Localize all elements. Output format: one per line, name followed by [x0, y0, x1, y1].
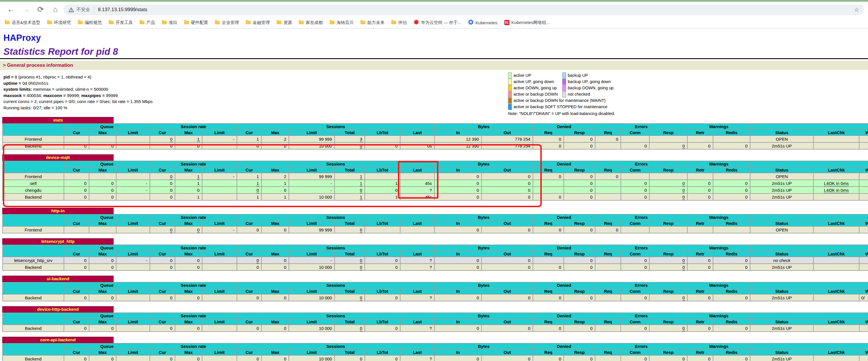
- cell: 0: [533, 294, 564, 301]
- column-header: Cur: [237, 251, 261, 257]
- cell: 2m51s UP: [750, 264, 813, 270]
- bookmark-item[interactable]: Kubernetes: [466, 19, 500, 27]
- column-header: Resp: [564, 130, 595, 136]
- column-header: Total: [335, 130, 365, 136]
- legend-note: Note: "NOLB"/"DRAIN" = UP with load-bala…: [508, 111, 615, 116]
- bookmark-item[interactable]: 家在成都: [296, 19, 326, 26]
- column-group-header: [750, 343, 868, 349]
- column-group-header: Sessions: [237, 245, 434, 251]
- not-secure-warning-icon[interactable]: [68, 7, 74, 12]
- proxy-title[interactable]: core-api-backend: [2, 337, 114, 343]
- cell: [649, 226, 687, 233]
- address-bar[interactable]: 不安全 8.137.13.15:9999/stats ☆: [63, 4, 864, 15]
- cell: 0: [649, 187, 687, 194]
- column-header: Req: [595, 319, 621, 325]
- cell: [202, 325, 237, 332]
- bookmark-item[interactable]: 资源: [274, 19, 294, 26]
- cell: [202, 355, 237, 361]
- folder-icon: [184, 21, 189, 24]
- bookmark-item[interactable]: 51Kubernetes网络组...: [502, 19, 552, 26]
- column-header: Resp: [564, 319, 595, 325]
- column-header: LastChk: [813, 251, 859, 257]
- column-group-header: Bytes: [434, 245, 533, 251]
- bookmark-item[interactable]: 产品: [137, 19, 158, 26]
- bookmark-item[interactable]: 硬件配置: [182, 19, 211, 26]
- bookmark-item[interactable]: 项目: [159, 19, 180, 26]
- bookmark-item[interactable]: 环境研究: [44, 19, 74, 26]
- cell: [595, 180, 621, 187]
- bookmark-item[interactable]: 企业管理: [212, 19, 242, 26]
- row-label: Backend: [3, 264, 64, 270]
- column-group-header: Session rate: [150, 343, 237, 349]
- back-icon[interactable]: ←: [5, 4, 17, 15]
- bookmark-item[interactable]: 开发工具: [106, 19, 135, 26]
- column-group-header: Queue: [64, 313, 150, 319]
- cell: [687, 136, 713, 142]
- cell: 0: [649, 264, 687, 270]
- cell: 0: [713, 325, 750, 332]
- reload-icon[interactable]: ⟳: [35, 4, 46, 15]
- column-header: Req: [595, 130, 621, 136]
- bookmark-item[interactable]: 语言&技术选型: [2, 19, 43, 26]
- column-header: Total: [335, 288, 365, 294]
- column-header: Req: [595, 167, 621, 173]
- cell: 2m51s UP: [750, 355, 813, 361]
- process-info-section: pid = 8 (process #1, nbproc = 1, nbthrea…: [0, 74, 868, 117]
- column-header: Out: [482, 319, 533, 325]
- bookmark-item[interactable]: 金融管理: [243, 19, 272, 26]
- proxy-title[interactable]: ui-backend: [2, 276, 114, 282]
- bookmark-label: 项目: [169, 20, 177, 25]
- forward-icon[interactable]: →: [20, 4, 31, 15]
- bookmark-item[interactable]: 伴侣: [389, 19, 409, 26]
- column-header: Cur: [237, 288, 261, 294]
- cell: [595, 355, 621, 361]
- cell: [89, 226, 116, 233]
- cell: 2m51s UP: [750, 194, 813, 200]
- cell: 0: [621, 142, 649, 149]
- column-header: In: [434, 288, 482, 294]
- table-row: Backend00000010 00000?000000002m51s UP: [3, 264, 868, 270]
- cell: L4OK in 0ms: [813, 187, 859, 194]
- proxy-title[interactable]: http-in: [2, 208, 114, 214]
- legend-swatch: [508, 72, 512, 78]
- cell: ?: [400, 325, 434, 332]
- column-header: LastChk: [813, 167, 859, 173]
- cell: 0: [175, 226, 202, 233]
- cell: 0: [564, 294, 595, 301]
- column-header: Out: [482, 251, 533, 257]
- bookmark-item[interactable]: 海纳百川: [327, 19, 356, 26]
- column-group-header: Warnings: [687, 124, 750, 130]
- column-header: Limit: [289, 349, 335, 355]
- cell: 0: [237, 325, 261, 332]
- cell: [116, 294, 150, 301]
- proxy-table-device-http-backend: device-http-backendQueueSession rateSess…: [2, 306, 868, 332]
- cell: 0: [434, 226, 482, 233]
- proxy-title[interactable]: letsencrypt_http: [2, 238, 114, 244]
- cell: [859, 194, 868, 200]
- column-header: Status: [750, 167, 813, 173]
- cell: [859, 264, 868, 270]
- cell: [64, 226, 89, 233]
- bookmark-item[interactable]: 助力未来: [358, 19, 387, 26]
- column-header: Redis: [713, 349, 750, 355]
- url-text[interactable]: 8.137.13.15:9999/stats: [98, 7, 147, 12]
- bookmark-item[interactable]: 华为云空间 — 存于...: [411, 19, 464, 27]
- home-icon[interactable]: ⌂: [50, 4, 61, 15]
- cell: 99 999: [289, 226, 335, 233]
- proxy-title[interactable]: device-http-backend: [2, 306, 114, 313]
- corner-header: [3, 214, 64, 226]
- bookmark-star-icon[interactable]: ☆: [854, 6, 859, 13]
- bookmark-item[interactable]: 编程规范: [75, 19, 104, 26]
- cell: 0: [365, 257, 400, 264]
- column-header: Cur: [150, 319, 175, 325]
- cell: [813, 136, 859, 142]
- cell: 0: [687, 180, 713, 187]
- cell: 0: [595, 173, 621, 180]
- proxy-title[interactable]: stats: [2, 117, 114, 123]
- legend-label: backup DOWN, going up: [568, 86, 613, 90]
- column-header: Resp: [564, 220, 595, 226]
- column-header: Retr: [687, 167, 713, 173]
- column-header: Conn: [621, 251, 649, 257]
- column-header: LbTot: [365, 319, 400, 325]
- table-row: Backend00000010 00000?000000002m51s UP0/: [3, 294, 868, 301]
